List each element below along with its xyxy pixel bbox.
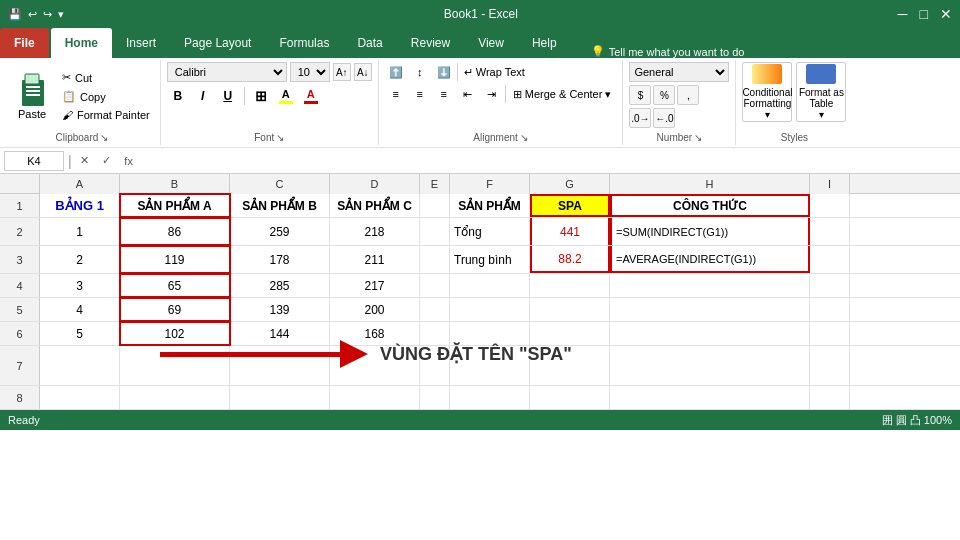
cell-e2[interactable] <box>420 218 450 245</box>
cell-c2[interactable]: 259 <box>230 218 330 245</box>
cell-e5[interactable] <box>420 298 450 321</box>
cell-h2[interactable]: =SUM(INDIRECT(G1)) <box>610 218 810 245</box>
cell-a4[interactable]: 3 <box>40 274 120 297</box>
cell-d8[interactable] <box>330 386 420 409</box>
font-decrease-btn[interactable]: A↓ <box>354 63 372 81</box>
format-as-table-dropdown[interactable]: ▾ <box>819 109 824 120</box>
maximize-btn[interactable]: □ <box>920 6 928 22</box>
cell-h4[interactable] <box>610 274 810 297</box>
cell-i4[interactable] <box>810 274 850 297</box>
align-right-button[interactable]: ≡ <box>433 84 455 104</box>
comma-btn[interactable]: , <box>677 85 699 105</box>
close-btn[interactable]: ✕ <box>940 6 952 22</box>
cell-f5[interactable] <box>450 298 530 321</box>
cell-c3[interactable]: 178 <box>230 246 330 273</box>
col-header-c[interactable]: C <box>230 174 330 194</box>
font-expand-icon[interactable]: ↘ <box>276 132 284 143</box>
view-controls[interactable]: 囲 圓 凸 100% <box>882 413 952 428</box>
tab-insert[interactable]: Insert <box>112 28 170 58</box>
alignment-expand-icon[interactable]: ↘ <box>520 132 528 143</box>
cell-d1[interactable]: SẢN PHẨM C <box>330 194 420 217</box>
cell-a6[interactable]: 5 <box>40 322 120 345</box>
underline-button[interactable]: U <box>217 85 239 107</box>
bold-button[interactable]: B <box>167 85 189 107</box>
number-format-select[interactable]: General <box>629 62 729 82</box>
cell-i3[interactable] <box>810 246 850 273</box>
fill-color-button[interactable]: A <box>275 85 297 107</box>
dollar-btn[interactable]: $ <box>629 85 651 105</box>
cell-i8[interactable] <box>810 386 850 409</box>
cell-g3[interactable]: 88.2 <box>530 246 610 273</box>
tab-home[interactable]: Home <box>51 28 112 58</box>
cell-g8[interactable] <box>530 386 610 409</box>
col-header-d[interactable]: D <box>330 174 420 194</box>
tab-help[interactable]: Help <box>518 28 571 58</box>
cell-f4[interactable] <box>450 274 530 297</box>
tab-formulas[interactable]: Formulas <box>265 28 343 58</box>
col-header-g[interactable]: G <box>530 174 610 194</box>
wrap-text-button[interactable]: ↵ Wrap Text <box>460 64 529 81</box>
window-controls[interactable]: ─ □ ✕ <box>898 6 952 22</box>
cell-g2[interactable]: 441 <box>530 218 610 245</box>
tab-review[interactable]: Review <box>397 28 464 58</box>
merge-center-button[interactable]: ⊞ Merge & Center ▾ <box>508 85 617 104</box>
cell-g1[interactable]: SPA <box>530 194 610 217</box>
merge-dropdown-icon[interactable]: ▾ <box>605 88 611 101</box>
cell-a5[interactable]: 4 <box>40 298 120 321</box>
col-header-e[interactable]: E <box>420 174 450 194</box>
cell-h5[interactable] <box>610 298 810 321</box>
quick-access-toolbar[interactable]: 💾 ↩ ↪ ▾ <box>8 8 64 21</box>
cell-i6[interactable] <box>810 322 850 345</box>
cell-f1[interactable]: SẢN PHẨM <box>450 194 530 217</box>
cell-h8[interactable] <box>610 386 810 409</box>
cut-button[interactable]: ✂ Cut <box>58 69 154 86</box>
cell-b3[interactable]: 119 <box>120 246 230 273</box>
cell-i7[interactable] <box>810 346 850 385</box>
col-header-f[interactable]: F <box>450 174 530 194</box>
clipboard-expand-icon[interactable]: ↘ <box>100 132 108 143</box>
cell-a8[interactable] <box>40 386 120 409</box>
undo-icon[interactable]: ↩ <box>28 8 37 21</box>
cell-b8[interactable] <box>120 386 230 409</box>
col-header-h[interactable]: H <box>610 174 810 194</box>
cell-e3[interactable] <box>420 246 450 273</box>
col-header-i[interactable]: I <box>810 174 850 194</box>
align-left-button[interactable]: ≡ <box>385 84 407 104</box>
formula-input[interactable] <box>142 151 956 171</box>
cell-c5[interactable]: 139 <box>230 298 330 321</box>
cell-b4[interactable]: 65 <box>120 274 230 297</box>
tell-me-bar[interactable]: 💡 Tell me what you want to do <box>591 45 745 58</box>
cell-a7[interactable] <box>40 346 120 385</box>
cell-g4[interactable] <box>530 274 610 297</box>
save-icon[interactable]: 💾 <box>8 8 22 21</box>
cell-h1[interactable]: CÔNG THỨC <box>610 194 810 217</box>
cell-b1[interactable]: SẢN PHẨM A <box>120 194 230 217</box>
confirm-icon[interactable]: ✓ <box>98 152 116 170</box>
minimize-btn[interactable]: ─ <box>898 6 908 22</box>
cell-d2[interactable]: 218 <box>330 218 420 245</box>
cell-h7[interactable] <box>610 346 810 385</box>
cell-h3[interactable]: =AVERAGE(INDIRECT(G1)) <box>610 246 810 273</box>
tab-file[interactable]: File <box>0 28 49 58</box>
col-header-a[interactable]: A <box>40 174 120 194</box>
align-top-button[interactable]: ⬆️ <box>385 62 407 82</box>
format-painter-button[interactable]: 🖌 Format Painter <box>58 107 154 123</box>
cell-i1[interactable] <box>810 194 850 217</box>
tab-data[interactable]: Data <box>343 28 396 58</box>
paste-button[interactable]: Paste <box>10 68 54 124</box>
cell-b2[interactable]: 86 <box>120 218 230 245</box>
align-bottom-button[interactable]: ⬇️ <box>433 62 455 82</box>
cell-d3[interactable]: 211 <box>330 246 420 273</box>
cell-e1[interactable] <box>420 194 450 217</box>
font-size-select[interactable]: 10 <box>290 62 330 82</box>
cell-a1[interactable]: BẢNG 1 <box>40 194 120 217</box>
cell-g5[interactable] <box>530 298 610 321</box>
increase-decimal-btn[interactable]: .0→ <box>629 108 651 128</box>
cell-f2[interactable]: Tổng <box>450 218 530 245</box>
indent-increase-btn[interactable]: ⇥ <box>481 84 503 104</box>
indent-decrease-btn[interactable]: ⇤ <box>457 84 479 104</box>
conditional-formatting-button[interactable]: ConditionalFormatting ▾ <box>742 62 792 122</box>
decrease-decimal-btn[interactable]: ←.0 <box>653 108 675 128</box>
number-expand-icon[interactable]: ↘ <box>694 132 702 143</box>
conditional-formatting-dropdown[interactable]: ▾ <box>765 109 770 120</box>
